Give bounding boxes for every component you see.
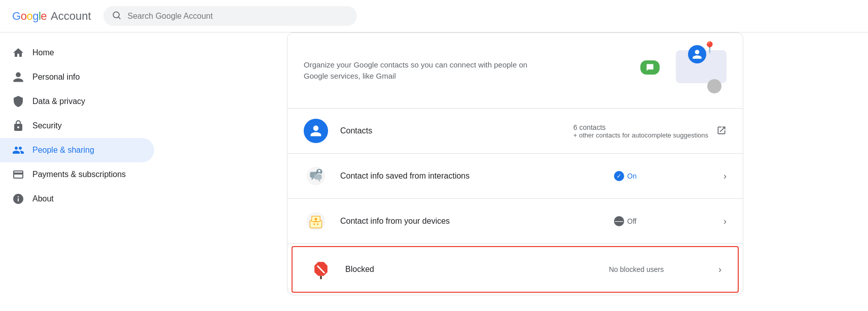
- sidebar-item-data-privacy[interactable]: Data & privacy: [0, 89, 154, 114]
- blocked-title: Blocked: [345, 265, 374, 273]
- sidebar-label-data-privacy: Data & privacy: [32, 97, 85, 106]
- sidebar-label-payments: Payments & subscriptions: [32, 170, 126, 179]
- blocked-icon: [309, 257, 333, 282]
- sidebar-label-people-sharing: People & sharing: [32, 146, 94, 155]
- contacts-count: 6 contacts: [573, 123, 708, 131]
- devices-status: — Off: [614, 216, 715, 226]
- google-account-logo[interactable]: Google Account: [12, 10, 91, 23]
- contacts-content: Contacts: [340, 126, 557, 135]
- main-content: Organize your Google contacts so you can…: [162, 32, 868, 311]
- payment-icon: [12, 168, 24, 181]
- search-icon: [112, 10, 122, 22]
- banner: Organize your Google contacts so you can…: [287, 33, 743, 109]
- lock-icon: [12, 120, 24, 132]
- home-icon: [12, 47, 24, 59]
- blocked-content: Blocked: [345, 265, 593, 274]
- arrow-right-icon-2: ›: [724, 216, 727, 227]
- contact-info-interactions-row[interactable]: Contact info saved from interactions ✓ O…: [287, 154, 743, 199]
- svg-point-0: [113, 12, 119, 18]
- search-input[interactable]: [128, 12, 349, 21]
- external-link-icon: [716, 125, 727, 137]
- sidebar-item-payments[interactable]: Payments & subscriptions: [0, 162, 154, 187]
- person-icon: [12, 71, 24, 83]
- illus-circle: [707, 79, 721, 93]
- devices-title: Contact info from your devices: [340, 217, 450, 225]
- sidebar-label-personal-info: Personal info: [32, 73, 80, 82]
- arrow-right-icon-3: ›: [718, 264, 721, 275]
- off-dot: —: [614, 216, 624, 226]
- interactions-status: ✓ On: [614, 171, 715, 181]
- illus-chat-bubble: [640, 60, 660, 75]
- sidebar-label-home: Home: [32, 48, 54, 57]
- contacts-row[interactable]: Contacts 6 contacts + other contacts for…: [287, 109, 743, 154]
- content-card: Organize your Google contacts so you can…: [287, 32, 743, 295]
- illus-pin: 📍: [703, 41, 716, 54]
- arrow-right-icon: ›: [724, 171, 727, 182]
- google-logo: Google: [12, 10, 47, 23]
- svg-line-1: [118, 17, 120, 19]
- interactions-title: Contact info saved from interactions: [340, 171, 469, 180]
- on-checkmark: ✓: [614, 171, 624, 181]
- sidebar-item-people-sharing[interactable]: People & sharing: [0, 138, 154, 162]
- header: Google Account: [0, 0, 868, 32]
- status-off-text: Off: [627, 217, 636, 225]
- search-bar: [103, 6, 357, 26]
- blocked-status-text: No blocked users: [609, 265, 664, 273]
- shield-icon: [12, 95, 24, 108]
- svg-point-12: [315, 218, 317, 220]
- sidebar: Home Personal info Data & privacy Securi…: [0, 32, 162, 311]
- sidebar-label-security: Security: [32, 121, 62, 130]
- banner-description: Organize your Google contacts so you can…: [304, 59, 527, 82]
- blocked-status: No blocked users: [609, 265, 710, 273]
- svg-rect-5: [314, 175, 322, 180]
- interactions-content: Contact info saved from interactions: [340, 171, 598, 181]
- account-label: Account: [51, 10, 91, 23]
- status-off-indicator: — Off: [614, 216, 636, 226]
- sidebar-label-about: About: [32, 194, 54, 203]
- sidebar-item-home[interactable]: Home: [0, 41, 154, 65]
- sidebar-item-about[interactable]: About: [0, 187, 154, 211]
- svg-point-14: [317, 223, 318, 225]
- svg-point-8: [318, 170, 320, 172]
- contacts-icon: [304, 119, 328, 143]
- contacts-status: 6 contacts + other contacts for autocomp…: [573, 123, 708, 139]
- devices-content: Contact info from your devices: [340, 217, 598, 226]
- svg-point-13: [313, 223, 315, 225]
- svg-rect-16: [320, 276, 322, 279]
- contacts-title: Contacts: [340, 126, 372, 135]
- sidebar-item-security[interactable]: Security: [0, 114, 154, 138]
- status-on-text: On: [627, 172, 637, 180]
- sidebar-item-personal-info[interactable]: Personal info: [0, 65, 154, 89]
- people-icon: [12, 144, 24, 156]
- info-icon: [12, 193, 24, 205]
- interactions-icon: [304, 164, 328, 188]
- status-on-indicator: ✓ On: [614, 171, 637, 181]
- contact-info-devices-row[interactable]: Contact info from your devices — Off ›: [287, 199, 743, 244]
- devices-icon: [304, 209, 328, 233]
- page-layout: Home Personal info Data & privacy Securi…: [0, 32, 868, 311]
- banner-illustration: 📍: [635, 45, 727, 96]
- blocked-row[interactable]: Blocked No blocked users ›: [292, 246, 739, 293]
- contacts-sub: + other contacts for autocomplete sugges…: [573, 131, 708, 139]
